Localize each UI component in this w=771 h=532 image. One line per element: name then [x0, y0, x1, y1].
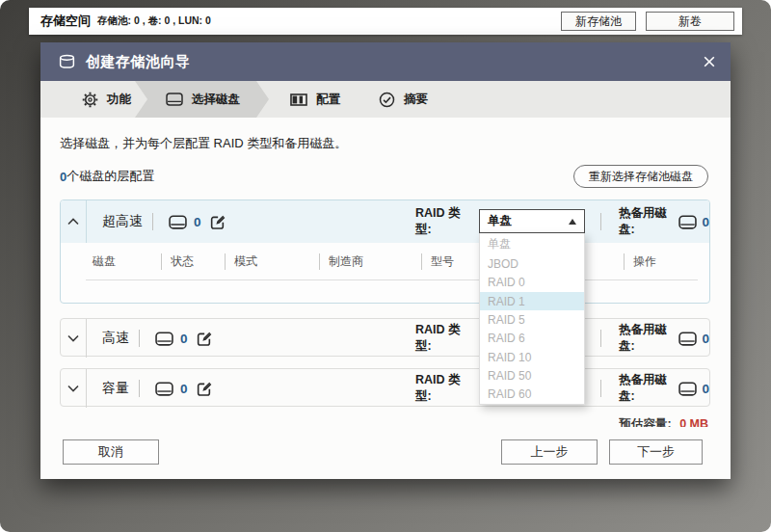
- tier-disk-count: 0: [180, 332, 188, 346]
- configured-disk-count: 0: [60, 170, 66, 184]
- raid-option-raid10[interactable]: RAID 10: [480, 348, 584, 366]
- raid-option-raid60[interactable]: RAID 60: [480, 386, 584, 404]
- back-button[interactable]: 上一步: [501, 439, 598, 465]
- disk-icon: [166, 93, 183, 106]
- new-storage-pool-button[interactable]: 新存储池: [561, 12, 636, 31]
- page-title: 存储空间: [40, 13, 91, 30]
- disk-table-header: 磁盘 状态 模式 制造商 型号 操作: [61, 243, 709, 279]
- step-configure[interactable]: 配置: [271, 81, 359, 118]
- collapse-toggle[interactable]: [61, 200, 87, 243]
- tier-ultra-high-speed: 超高速 0 RAID 类型: 热备用磁盘:: [60, 200, 710, 304]
- step-label: 配置: [316, 92, 340, 108]
- edit-icon[interactable]: [209, 214, 226, 230]
- storage-space-topbar: 存储空间 存储池: 0 , 卷: 0 , LUN: 0 新存储池 新卷: [29, 8, 742, 35]
- col-manufacturer: 制造商: [319, 253, 421, 270]
- tier-capacity: 容量 0 RAID 类型: 热备用磁盘:: [60, 368, 710, 407]
- step-label: 选择磁盘: [192, 92, 240, 108]
- divider: [600, 380, 601, 397]
- chevron-down-icon: [66, 333, 80, 343]
- next-button[interactable]: 下一步: [609, 439, 703, 465]
- raid-type-label: RAID 类型:: [415, 322, 475, 355]
- tier-name: 超高速: [102, 213, 143, 230]
- check-circle-icon: [379, 92, 395, 108]
- wizard-steps: 功能 选择磁盘 配置: [40, 81, 731, 118]
- divider: [152, 213, 153, 230]
- tier-header: 容量 0 RAID 类型: 热备用磁盘:: [61, 369, 709, 408]
- divider: [600, 213, 601, 230]
- raid-stripes-icon: [290, 93, 307, 106]
- estimated-capacity-label: 预估容量:: [619, 417, 671, 427]
- step-features[interactable]: 功能: [63, 81, 150, 118]
- tier-name: 高速: [102, 330, 129, 347]
- estimated-capacity: 预估容量: 0 MB: [619, 417, 708, 427]
- disk-icon: [678, 382, 697, 396]
- disk-icon: [169, 215, 187, 229]
- tier-disk-count: 0: [180, 382, 188, 396]
- raid-type-select[interactable]: 单盘: [479, 209, 585, 233]
- dialog-header: 创建存储池向导: [40, 42, 731, 81]
- hot-spare-count[interactable]: 0: [702, 215, 709, 229]
- hot-spare-count[interactable]: 0: [702, 382, 709, 396]
- col-disk: 磁盘: [93, 253, 161, 270]
- tier-header: 高速 0 RAID 类型: 热备用磁盘:: [61, 319, 709, 358]
- table-header-rule: [86, 279, 698, 280]
- raid-option-jbod[interactable]: JBOD: [480, 254, 584, 273]
- disk-icon: [155, 382, 173, 396]
- edit-icon[interactable]: [196, 331, 212, 347]
- create-storage-pool-wizard-dialog: 创建存储池向导: [40, 42, 731, 479]
- divider: [139, 380, 140, 397]
- caret-up-icon: [569, 219, 576, 225]
- step-label: 摘要: [404, 92, 428, 108]
- expand-toggle[interactable]: [61, 319, 87, 358]
- estimated-capacity-value: 0 MB: [679, 417, 708, 427]
- raid-option-raid0[interactable]: RAID 0: [480, 274, 584, 292]
- raid-option-raid6[interactable]: RAID 6: [480, 330, 584, 348]
- hot-spare-label: 热备用磁盘:: [619, 205, 673, 238]
- screen: 存储空间 存储池: 0 , 卷: 0 , LUN: 0 新存储池 新卷 创建存储…: [0, 0, 771, 532]
- col-status: 状态: [161, 253, 225, 270]
- raid-type-dropdown-list: 单盘 JBOD RAID 0 RAID 1 RAID 5 RAID 6 RAID…: [479, 233, 585, 405]
- divider: [139, 330, 140, 347]
- raid-type-selected-value: 单盘: [488, 213, 512, 229]
- new-volume-button[interactable]: 新卷: [646, 12, 734, 31]
- storage-stats: 存储池: 0 , 卷: 0 , LUN: 0: [97, 14, 211, 28]
- step-select-disks[interactable]: 选择磁盘: [135, 81, 269, 118]
- close-icon[interactable]: [701, 53, 718, 70]
- reselect-pool-disks-button[interactable]: 重新选择存储池磁盘: [573, 165, 708, 188]
- disk-icon: [155, 332, 173, 346]
- instruction-text: 选择磁盘，并为每个层配置 RAID 类型和备用磁盘。: [60, 135, 347, 152]
- chevron-up-icon: [66, 217, 80, 226]
- raid-option-raid50[interactable]: RAID 50: [480, 366, 584, 385]
- col-actions: 操作: [624, 253, 709, 270]
- disk-icon: [678, 332, 697, 346]
- hot-spare-label: 热备用磁盘:: [619, 372, 673, 405]
- tier-disk-count: 0: [194, 215, 201, 229]
- hot-spare-label: 热备用磁盘:: [619, 322, 673, 355]
- col-mode: 模式: [225, 253, 319, 270]
- tier-high-speed: 高速 0 RAID 类型: 热备用磁盘:: [60, 318, 710, 357]
- topbar-actions: 新存储池 新卷: [561, 12, 734, 31]
- expand-toggle[interactable]: [61, 369, 87, 408]
- divider: [600, 330, 601, 347]
- cancel-button[interactable]: 取消: [63, 439, 159, 465]
- disk-icon: [678, 215, 697, 229]
- dialog-title: 创建存储池向导: [86, 53, 191, 71]
- step-label: 功能: [107, 92, 131, 108]
- raid-type-label: RAID 类型:: [415, 372, 475, 405]
- raid-type-label: RAID 类型:: [415, 205, 475, 238]
- storage-pool-icon: [58, 54, 76, 70]
- step-summary[interactable]: 摘要: [359, 81, 447, 118]
- tier-name: 容量: [102, 380, 129, 397]
- tier-config-row: 0 个磁盘的层配置 重新选择存储池磁盘: [60, 164, 708, 189]
- edit-icon[interactable]: [196, 381, 212, 397]
- raid-option-raid5[interactable]: RAID 5: [480, 310, 584, 329]
- tier-header: 超高速 0 RAID 类型: 热备用磁盘:: [61, 200, 709, 243]
- hot-spare-count[interactable]: 0: [702, 332, 709, 346]
- raid-option-raid1[interactable]: RAID 1: [480, 292, 584, 310]
- gear-icon: [82, 92, 98, 108]
- raid-option-single[interactable]: 单盘: [480, 233, 584, 254]
- chevron-down-icon: [66, 384, 80, 393]
- configured-disk-count-label: 个磁盘的层配置: [66, 168, 154, 185]
